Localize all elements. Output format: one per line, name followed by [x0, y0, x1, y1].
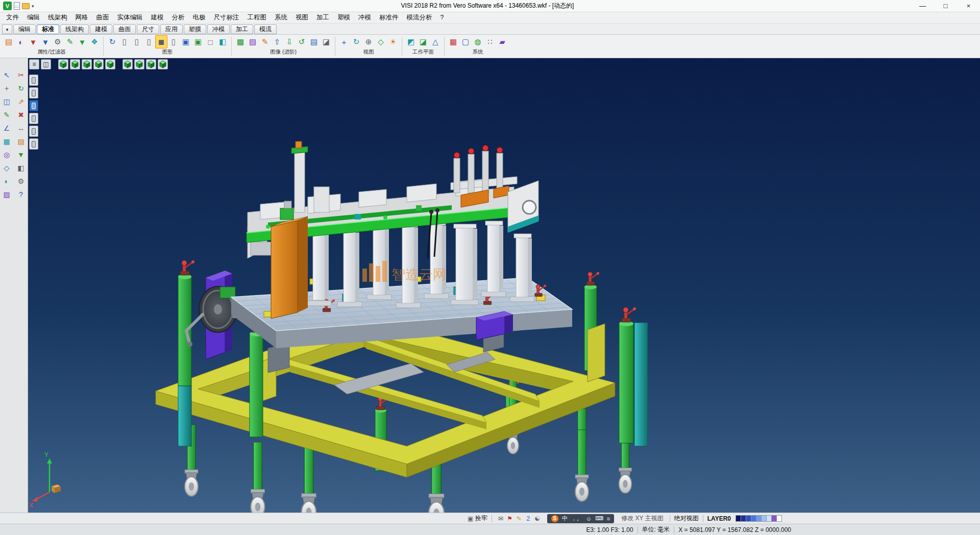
menu-help[interactable]: ? [436, 12, 448, 23]
edit-icon[interactable]: ✎ [514, 515, 524, 522]
cylinder-d-icon[interactable]: ▯ [167, 35, 180, 48]
filter-settings-icon[interactable]: ⚙ [52, 35, 64, 48]
layer-color-swatch[interactable] [776, 515, 782, 522]
new-file-icon[interactable] [14, 2, 20, 10]
mirror-icon[interactable]: ◫ [1, 96, 12, 107]
menu-standard-parts[interactable]: 标准件 [375, 12, 403, 23]
tab-mold[interactable]: 塑膜 [184, 25, 206, 34]
tab-dimension[interactable]: 尺寸 [137, 25, 159, 34]
image-layers-icon[interactable]: ▤ [308, 35, 320, 48]
menu-solid-edit[interactable]: 实体编辑 [113, 12, 147, 23]
solid-display-1-icon[interactable] [29, 75, 38, 86]
menu-mold[interactable]: 塑模 [333, 12, 354, 23]
ime-logo-icon[interactable]: S [551, 515, 558, 522]
menu-view[interactable]: 视图 [291, 12, 312, 23]
tab-caret-icon[interactable]: ▾ [2, 25, 12, 34]
menu-edit[interactable]: 编辑 [23, 12, 44, 23]
viewport[interactable]: 智造云网 Y X ≡ ◫ [28, 58, 980, 513]
menu-system[interactable]: 系统 [271, 12, 291, 23]
menu-machining[interactable]: 加工 [312, 12, 333, 23]
help-icon[interactable]: ? [15, 189, 27, 200]
menu-mesh[interactable]: 网格 [71, 12, 92, 23]
filter-blue-icon[interactable]: ▼ [39, 35, 52, 48]
image-down-icon[interactable]: ⇩ [283, 35, 296, 48]
workplane-a-icon[interactable]: ◩ [405, 35, 417, 48]
measure-icon[interactable]: ∠ [1, 123, 12, 134]
view-cube-8-icon[interactable] [146, 59, 156, 69]
close-button[interactable]: × [957, 0, 980, 12]
menu-wireframe[interactable]: 线架构 [44, 12, 71, 23]
tab-flow[interactable]: 模流 [254, 25, 277, 34]
menu-file[interactable]: 文件 [2, 12, 23, 23]
selection-mask-icon[interactable]: ❖ [88, 35, 101, 48]
ime-keyboard-icon[interactable]: ⌨ [595, 515, 603, 522]
filter-green-icon[interactable]: ▼ [76, 35, 88, 48]
erase-icon[interactable]: ✖ [15, 109, 27, 120]
menu-surface[interactable]: 曲面 [92, 12, 113, 23]
tab-apply[interactable]: 应用 [160, 25, 183, 34]
ime-bar[interactable]: S 中 ，。 ☺ ⌨ ≡ [547, 514, 615, 523]
shaded-mode-icon[interactable]: ◼ [155, 35, 167, 48]
tab-surface[interactable]: 曲面 [113, 25, 136, 34]
pan-view-icon[interactable]: + [338, 35, 350, 48]
rotate-icon[interactable]: ↻ [15, 83, 27, 94]
view-mode-indicator[interactable]: 绝对视图 [674, 514, 699, 523]
view-cube-7-icon[interactable] [134, 59, 144, 69]
grid-icon[interactable]: ▦ [1, 136, 12, 147]
tab-standard[interactable]: 标准 [37, 25, 59, 34]
solid-box-blue-icon[interactable]: ▣ [180, 35, 192, 48]
ime-emoji-icon[interactable]: ☺ [586, 516, 592, 522]
rotate-view-icon[interactable]: ↻ [350, 35, 362, 48]
lock-label[interactable]: 拴牢 [475, 514, 487, 523]
image-cube-icon[interactable]: ◪ [320, 35, 332, 48]
filter-red-icon[interactable]: ▼ [27, 35, 39, 48]
cylinder-c-icon[interactable]: ▯ [143, 35, 155, 48]
image-view-icon[interactable]: ▩ [234, 35, 247, 48]
lock-check-icon[interactable]: ▣ [466, 515, 475, 522]
trim-icon[interactable]: ✂ [15, 69, 27, 81]
tab-edit[interactable]: 编辑 [13, 25, 36, 34]
globe-icon[interactable]: ◍ [472, 35, 484, 48]
menu-dimension[interactable]: 尺寸标注 [210, 12, 243, 23]
plane-view-icon[interactable]: ◇ [375, 35, 387, 48]
view-menu-icon[interactable]: ≡ [29, 59, 39, 69]
layer-manager-icon[interactable]: ▤ [3, 35, 15, 48]
quick-access-caret-icon[interactable]: ▾ [32, 4, 34, 9]
view-cube-9-icon[interactable] [158, 59, 168, 69]
active-layer[interactable]: LAYER0 [707, 515, 731, 522]
menu-drawing[interactable]: 工程图 [243, 12, 271, 23]
menu-die[interactable]: 冲模 [354, 12, 375, 23]
wire-box-icon[interactable]: □ [204, 35, 216, 48]
mail-icon[interactable]: ✉ [496, 515, 505, 522]
minimize-button[interactable]: — [911, 0, 934, 12]
tab-modeling[interactable]: 建模 [90, 25, 112, 34]
open-file-icon[interactable] [22, 3, 30, 9]
dimension-icon[interactable]: ↔ [15, 123, 27, 134]
ime-lang-toggle[interactable]: 中 [562, 515, 568, 522]
image-edit-icon[interactable]: ✎ [259, 35, 271, 48]
solid-display-5-icon[interactable] [29, 126, 38, 137]
badge-2-icon[interactable]: 2 [524, 515, 533, 522]
render-cube-icon[interactable]: ◧ [216, 35, 229, 48]
ime-punct-toggle[interactable]: ，。 [571, 515, 582, 522]
refresh-view-icon[interactable]: ↻ [106, 35, 118, 48]
material-slab-icon[interactable]: ▰ [496, 35, 508, 48]
cylinder-a-icon[interactable]: ▯ [118, 35, 131, 48]
maximize-button[interactable]: □ [934, 0, 957, 12]
workplane-b-icon[interactable]: ◪ [417, 35, 429, 48]
image-color-icon[interactable]: ▨ [247, 35, 259, 48]
solid-display-4-icon[interactable] [29, 113, 38, 124]
translate-icon[interactable]: + [1, 83, 12, 94]
view-cube-3-icon[interactable] [82, 59, 92, 69]
filter-icon[interactable]: ▼ [15, 149, 27, 160]
zoom-view-icon[interactable]: ⊕ [362, 35, 375, 48]
solid-display-3-icon[interactable] [29, 100, 38, 111]
filter-edit-icon[interactable]: ✎ [64, 35, 76, 48]
color-grid-icon[interactable]: ▦ [447, 35, 459, 48]
menu-modeling[interactable]: 建模 [147, 12, 168, 23]
attribute-paint-icon[interactable]: ◐ [15, 35, 27, 48]
light-icon[interactable]: ☀ [387, 35, 399, 48]
menu-electrode[interactable]: 电极 [189, 12, 210, 23]
gear-icon[interactable]: ⚙ [15, 176, 27, 187]
palette-icon[interactable]: ▨ [1, 189, 12, 200]
